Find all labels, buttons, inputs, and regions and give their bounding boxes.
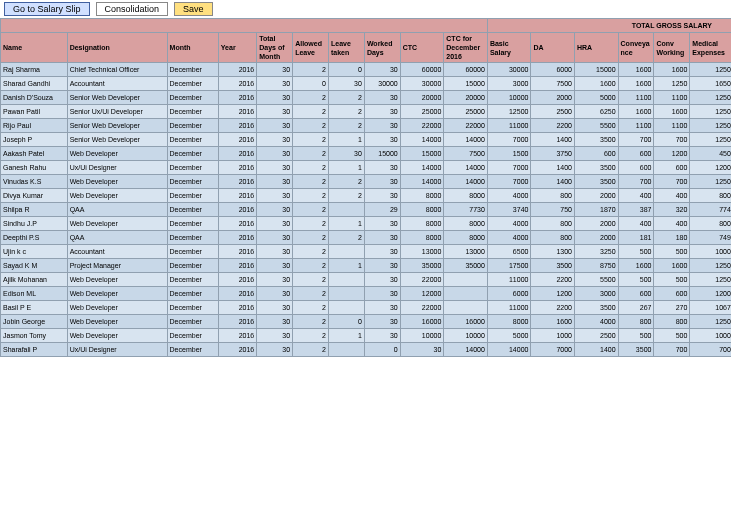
cell: Web Developer — [67, 189, 167, 203]
cell: December — [167, 329, 218, 343]
cell: December — [167, 203, 218, 217]
cell: 3000 — [487, 77, 531, 91]
cell: 14000 — [444, 175, 488, 189]
cell: 30 — [257, 329, 293, 343]
cell: 30 — [257, 245, 293, 259]
table-row[interactable]: Raj SharmaChief Technical OfficerDecembe… — [1, 63, 732, 77]
table-row[interactable]: Sharafali PUx/Ui DesignerDecember2016302… — [1, 343, 732, 357]
table-row[interactable]: Ujin k cAccountantDecember20163023013000… — [1, 245, 732, 259]
table-row[interactable]: Basil P EWeb DeveloperDecember2016302302… — [1, 301, 732, 315]
cell: 1 — [329, 259, 365, 273]
table-row[interactable]: Jobin GeorgeWeb DeveloperDecember2016302… — [1, 315, 732, 329]
cell: 14000 — [444, 133, 488, 147]
cell: 7500 — [444, 147, 488, 161]
cell: 2016 — [218, 203, 256, 217]
cell: 8000 — [444, 231, 488, 245]
cell: 700 — [654, 343, 690, 357]
cell: December — [167, 217, 218, 231]
cell: 10000 — [444, 329, 488, 343]
cell: 2200 — [531, 273, 575, 287]
cell: 7730 — [444, 203, 488, 217]
table-row[interactable]: Sharad GandhiAccountantDecember201630030… — [1, 77, 732, 91]
cell: 3740 — [487, 203, 531, 217]
cell — [444, 287, 488, 301]
cell: 2016 — [218, 273, 256, 287]
cell: 30 — [364, 231, 400, 245]
cell: Accountant — [67, 245, 167, 259]
cell: QAA — [67, 231, 167, 245]
cell: Joseph P — [1, 133, 68, 147]
cell: 7000 — [487, 133, 531, 147]
cell: 1100 — [618, 91, 654, 105]
table-row[interactable]: Aakash PatelWeb DeveloperDecember2016302… — [1, 147, 732, 161]
cell: 14000 — [444, 343, 488, 357]
table-row[interactable]: Vinudas K.SWeb DeveloperDecember20163022… — [1, 175, 732, 189]
cell: 14000 — [400, 133, 444, 147]
cell: 30 — [257, 91, 293, 105]
cell: 2 — [293, 217, 329, 231]
cell: 1600 — [618, 105, 654, 119]
cell: 500 — [618, 273, 654, 287]
cell: 35000 — [400, 259, 444, 273]
cell: Danish D'Souza — [1, 91, 68, 105]
table-row[interactable]: Sindhu J.PWeb DeveloperDecember201630213… — [1, 217, 732, 231]
cell: 8000 — [400, 189, 444, 203]
table-row[interactable]: Deepthi P.SQAADecember201630223080008000… — [1, 231, 732, 245]
table-row[interactable]: Sayad K MProject ManagerDecember20163021… — [1, 259, 732, 273]
cell: 13000 — [400, 245, 444, 259]
cell: Ganesh Rahu — [1, 161, 68, 175]
cell: 1250 — [690, 105, 731, 119]
table-row[interactable]: Divya KumarWeb DeveloperDecember20163022… — [1, 189, 732, 203]
cell: 1600 — [654, 105, 690, 119]
col-header: CTC for December 2016 — [444, 33, 488, 63]
cell: 4000 — [487, 217, 531, 231]
cell: 12500 — [487, 105, 531, 119]
cell: 8000 — [400, 217, 444, 231]
table-row[interactable]: Jasmon TomyWeb DeveloperDecember20163021… — [1, 329, 732, 343]
table-row[interactable]: Edison MLWeb DeveloperDecember2016302301… — [1, 287, 732, 301]
cell: 20000 — [400, 91, 444, 105]
consolidation-button[interactable]: Consolidation — [96, 2, 169, 16]
table-row[interactable]: Ganesh RahuUx/Ui DesignerDecember2016302… — [1, 161, 732, 175]
cell: 2 — [293, 147, 329, 161]
cell: 3500 — [531, 259, 575, 273]
cell: 0 — [329, 315, 365, 329]
cell: December — [167, 63, 218, 77]
cell: 1250 — [690, 175, 731, 189]
cell: 30 — [257, 217, 293, 231]
cell: 30 — [257, 161, 293, 175]
cell: Jasmon Tomy — [1, 329, 68, 343]
cell: 3500 — [575, 133, 619, 147]
cell: 2 — [293, 315, 329, 329]
table-row[interactable]: Danish D'SouzaSenior Web DeveloperDecemb… — [1, 91, 732, 105]
goto-salary-slip-button[interactable]: Go to Salary Slip — [4, 2, 90, 16]
cell: 3000 — [575, 287, 619, 301]
cell: 30 — [257, 287, 293, 301]
cell: 16000 — [444, 315, 488, 329]
cell: 1500 — [487, 147, 531, 161]
cell: 2016 — [218, 329, 256, 343]
salary-table: TOTAL GROSS SALARY TOTAL DEDUC NameDesig… — [0, 18, 731, 357]
cell: Web Developer — [67, 175, 167, 189]
cell: 5500 — [575, 119, 619, 133]
cell: 2016 — [218, 217, 256, 231]
table-row[interactable]: Ajilk MohananWeb DeveloperDecember201630… — [1, 273, 732, 287]
cell: 270 — [654, 301, 690, 315]
cell: 2 — [329, 119, 365, 133]
table-row[interactable]: Joseph PSenior Web DeveloperDecember2016… — [1, 133, 732, 147]
cell: 30 — [364, 259, 400, 273]
table-row[interactable]: Shilpa RQAADecember201630229800077303740… — [1, 203, 732, 217]
cell: 1600 — [618, 63, 654, 77]
cell: December — [167, 161, 218, 175]
table-row[interactable]: Rijo PaulSenior Web DeveloperDecember201… — [1, 119, 732, 133]
table-row[interactable]: Pawan PatilSenior Ux/Ui DeveloperDecembe… — [1, 105, 732, 119]
cell: 0 — [329, 63, 365, 77]
cell: 2 — [293, 343, 329, 357]
cell: 8000 — [400, 231, 444, 245]
cell: Project Manager — [67, 259, 167, 273]
cell: 2 — [293, 161, 329, 175]
cell: 30 — [257, 175, 293, 189]
save-button[interactable]: Save — [174, 2, 213, 16]
cell: December — [167, 147, 218, 161]
cell: 30 — [257, 231, 293, 245]
